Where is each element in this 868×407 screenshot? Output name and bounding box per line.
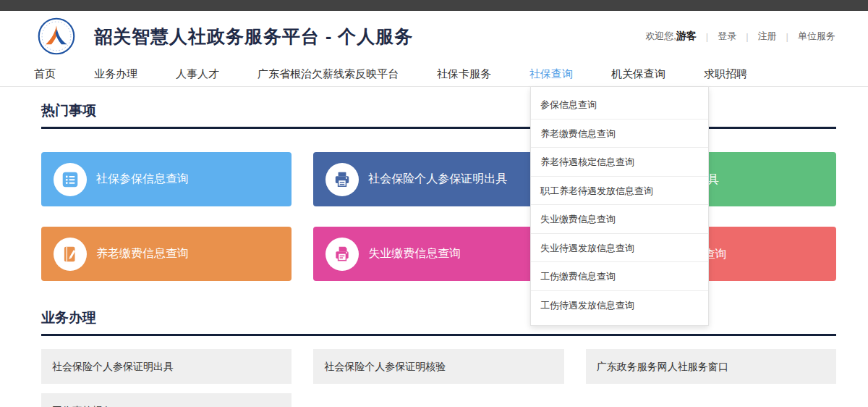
dropdown-item-unemployment-payment[interactable]: 失业缴费信息查询 (531, 205, 708, 234)
site-header: 韶关智慧人社政务服务平台 - 个人服务 欢迎您,游客 | 登录 | 注册 | 单… (0, 11, 868, 62)
biz-card-proof-verify[interactable]: 社会保险个人参保证明核验 (313, 349, 563, 384)
dropdown-item-pension-approval[interactable]: 养老待遇核定信息查询 (531, 148, 708, 177)
dropdown-item-canbao-info[interactable]: 参保信息查询 (531, 91, 708, 119)
nav-item-home[interactable]: 首页 (34, 67, 56, 81)
hot-card-label-fragment: 具 (707, 172, 719, 187)
divider: | (786, 31, 788, 42)
hot-section-header: 热门事项 (41, 101, 836, 129)
dropdown-item-worker-pension-grant[interactable]: 职工养老待遇发放信息查询 (531, 177, 708, 206)
main-content: 热门事项 社保参保信息查询 (41, 101, 836, 407)
header-user-area: 欢迎您,游客 | 登录 | 注册 | 单位服务 (645, 30, 835, 43)
site-logo-icon (38, 17, 75, 55)
list-icon (54, 163, 87, 196)
business-section-title: 业务办理 (41, 310, 96, 325)
biz-card-proof-issue[interactable]: 社会保险个人参保证明出具 (41, 349, 292, 384)
dropdown-item-pension-payment[interactable]: 养老缴费信息查询 (531, 119, 708, 148)
username: 游客 (676, 30, 697, 41)
business-card-grid: 社会保险个人参保证明出具 社会保险个人参保证明核验 广东政务服务网人社服务窗口 … (41, 349, 836, 407)
nav-item-social-query[interactable]: 社保查询 (529, 67, 573, 81)
unit-service-link[interactable]: 单位服务 (798, 30, 835, 43)
divider: | (706, 31, 708, 42)
hot-card-label: 社保参保信息查询 (96, 172, 189, 187)
printer-icon (326, 163, 359, 196)
hot-card-pension-payment-query[interactable]: 养老缴费信息查询 (41, 227, 292, 281)
hot-card-insurance-proof-issue[interactable]: 社会保险个人参保证明出具 (313, 152, 563, 206)
divider: | (746, 31, 748, 42)
login-link[interactable]: 登录 (718, 30, 736, 43)
nav-item-job-recruit[interactable]: 求职招聘 (704, 67, 747, 81)
nav-item-hr-talent[interactable]: 人事人才 (176, 67, 219, 81)
hot-card-grid: 社保参保信息查询 社会保险个人参保证明出具 具 (41, 152, 836, 281)
hot-card-label: 社会保险个人参保证明出具 (368, 172, 507, 187)
fax-icon (326, 238, 359, 271)
biz-card-gd-service-window[interactable]: 广东政务服务网人社服务窗口 (586, 349, 836, 384)
hot-card-label: 失业缴费信息查询 (368, 246, 461, 261)
nav-item-wage-platform[interactable]: 广东省根治欠薪线索反映平台 (258, 67, 399, 81)
register-link[interactable]: 注册 (758, 30, 777, 43)
dropdown-item-injury-payment[interactable]: 工伤缴费信息查询 (531, 262, 708, 291)
hot-card-label: 养老缴费信息查询 (96, 246, 189, 261)
top-bar (0, 0, 868, 11)
hot-card-unemployment-payment-query[interactable]: 失业缴费信息查询 (313, 227, 563, 281)
page-title: 韶关智慧人社政务服务平台 - 个人服务 (94, 25, 413, 49)
hot-card-social-insurance-query[interactable]: 社保参保信息查询 (41, 152, 292, 206)
book-pen-icon (54, 238, 87, 271)
nav-item-social-card[interactable]: 社保卡服务 (437, 67, 491, 81)
nav-item-business[interactable]: 业务办理 (94, 67, 137, 81)
business-section-header: 业务办理 (41, 309, 836, 336)
dropdown-item-unemployment-grant[interactable]: 失业待遇发放信息查询 (531, 234, 708, 263)
main-nav: 首页 业务办理 人事人才 广东省根治欠薪线索反映平台 社保卡服务 社保查询 机关… (0, 62, 868, 87)
nav-item-gov-insurance-query[interactable]: 机关保查询 (611, 67, 665, 81)
biz-card-injury-report[interactable]: 工伤事故报备 (41, 393, 292, 407)
welcome-text: 欢迎您,游客 (645, 30, 697, 43)
hot-section-title: 热门事项 (41, 103, 96, 118)
social-query-dropdown: 参保信息查询 养老缴费信息查询 养老待遇核定信息查询 职工养老待遇发放信息查询 … (530, 87, 709, 326)
dropdown-item-injury-grant[interactable]: 工伤待遇发放信息查询 (531, 291, 708, 320)
